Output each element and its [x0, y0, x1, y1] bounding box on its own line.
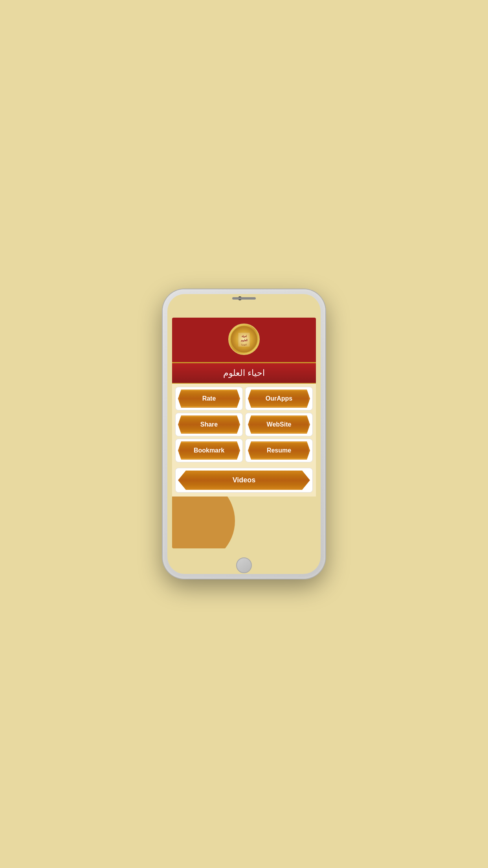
- videos-button[interactable]: Videos: [178, 471, 310, 490]
- website-button[interactable]: WebSite: [248, 416, 310, 434]
- ourapps-button[interactable]: OurApps: [248, 390, 310, 408]
- app-header: احیاء العلوم (دوری): [172, 318, 316, 363]
- phone-frame: احیاء العلوم (دوری) احیاء العلوم Rate: [163, 289, 325, 579]
- app-logo: احیاء العلوم (دوری): [228, 324, 260, 355]
- screen: احیاء العلوم (دوری) احیاء العلوم Rate: [172, 318, 316, 548]
- phone-inner: احیاء العلوم (دوری) احیاء العلوم Rate: [167, 294, 321, 574]
- decorative-circle: [172, 497, 235, 548]
- logo-svg: احیاء العلوم (دوری): [230, 326, 258, 353]
- buttons-grid: Rate OurApps Share WebSite Bookmark: [172, 384, 316, 465]
- home-button[interactable]: [236, 557, 252, 573]
- rate-button[interactable]: Rate: [178, 390, 240, 408]
- resume-cell: Resume: [245, 439, 313, 462]
- ourapps-cell: OurApps: [245, 387, 313, 410]
- svg-text:احیاء: احیاء: [242, 335, 247, 338]
- phone-speaker: [232, 297, 256, 300]
- screen-content: احیاء العلوم (دوری) احیاء العلوم Rate: [172, 318, 316, 548]
- bookmark-cell: Bookmark: [175, 439, 243, 462]
- bottom-area: [172, 497, 316, 548]
- title-bar: احیاء العلوم: [172, 363, 316, 384]
- share-button[interactable]: Share: [178, 416, 240, 434]
- videos-row: Videos: [172, 465, 316, 497]
- svg-text:العلوم: العلوم: [241, 339, 248, 342]
- app-title: احیاء العلوم: [223, 368, 265, 378]
- resume-button[interactable]: Resume: [248, 441, 310, 460]
- bookmark-button[interactable]: Bookmark: [178, 441, 240, 460]
- rate-cell: Rate: [175, 387, 243, 410]
- share-cell: Share: [175, 413, 243, 436]
- website-cell: WebSite: [245, 413, 313, 436]
- svg-text:(دوری): (دوری): [241, 343, 247, 346]
- videos-cell: Videos: [175, 468, 313, 493]
